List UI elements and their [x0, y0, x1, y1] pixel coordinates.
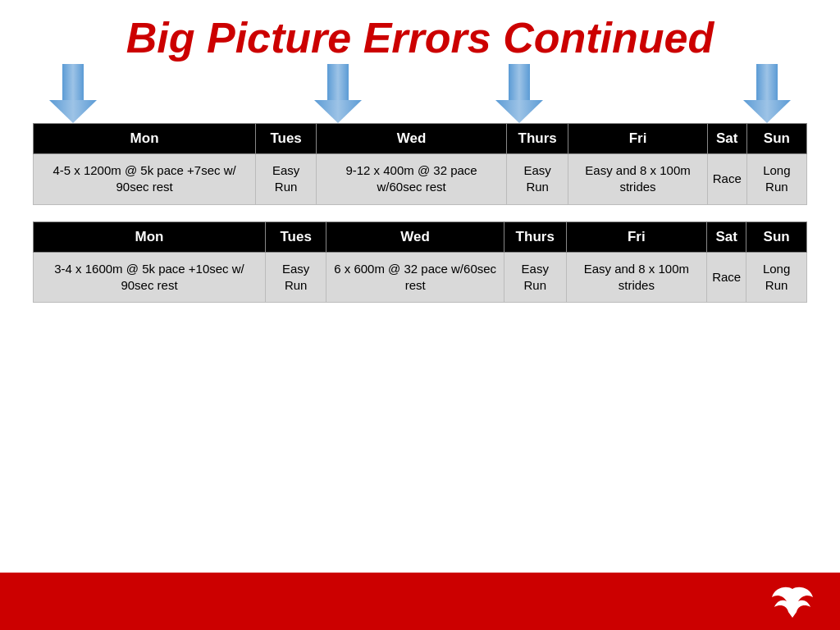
table2-header-tues: Tues	[265, 221, 326, 252]
table1-thurs-cell: Easy Run	[507, 154, 568, 205]
table2-header-mon: Mon	[34, 221, 266, 252]
table2-tues-cell: Easy Run	[265, 252, 326, 303]
svg-rect-0	[62, 64, 84, 100]
svg-marker-5	[495, 100, 543, 123]
arrow-down-icon-3	[495, 64, 543, 123]
table2-header-thurs: Thurs	[504, 221, 566, 252]
table1-header-mon: Mon	[34, 124, 256, 154]
arrows-row	[0, 62, 840, 123]
table2-header-wed: Wed	[326, 221, 504, 252]
svg-marker-1	[49, 100, 97, 123]
table1-wed-cell: 9-12 x 400m @ 32 pace w/60sec rest	[317, 154, 507, 205]
arrow-down-icon-2	[314, 64, 362, 123]
arrow-down-icon-1	[49, 64, 97, 123]
table1-header-wed: Wed	[317, 124, 507, 154]
table2-sun-cell: Long Run	[746, 252, 807, 303]
table2-header-sun: Sun	[746, 221, 807, 252]
page-title: Big Picture Errors Continued	[0, 0, 840, 62]
svg-marker-3	[314, 100, 362, 123]
tables-section: Mon Tues Wed Thurs Fri Sat Sun 4-5 x 120…	[0, 123, 840, 303]
table-1-wrapper: Mon Tues Wed Thurs Fri Sat Sun 4-5 x 120…	[33, 123, 807, 205]
table1-tues-cell: Easy Run	[256, 154, 317, 205]
arrow-down-icon-4	[743, 64, 791, 123]
table2-mon-cell: 3-4 x 1600m @ 5k pace +10sec w/ 90sec re…	[34, 252, 266, 303]
table1-sat-cell: Race	[707, 154, 746, 205]
svg-rect-6	[756, 64, 778, 100]
table2-sat-cell: Race	[707, 252, 746, 303]
table-row: 3-4 x 1600m @ 5k pace +10sec w/ 90sec re…	[34, 252, 807, 303]
table2-thurs-cell: Easy Run	[504, 252, 566, 303]
table2-header-fri: Fri	[566, 221, 707, 252]
table1-header-tues: Tues	[256, 124, 317, 154]
table2-header-sat: Sat	[707, 221, 746, 252]
table2-fri-cell: Easy and 8 x 100m strides	[566, 252, 707, 303]
table1-mon-cell: 4-5 x 1200m @ 5k pace +7sec w/ 90sec res…	[34, 154, 256, 205]
table1-header-sun: Sun	[746, 124, 806, 154]
table1-fri-cell: Easy and 8 x 100m strides	[568, 154, 707, 205]
table1-header-thurs: Thurs	[507, 124, 568, 154]
table1-header-sat: Sat	[707, 124, 746, 154]
table1-header-fri: Fri	[568, 124, 707, 154]
footer	[0, 573, 840, 630]
table-2: Mon Tues Wed Thurs Fri Sat Sun 3-4 x 160…	[33, 221, 807, 304]
svg-marker-7	[743, 100, 791, 123]
table-1: Mon Tues Wed Thurs Fri Sat Sun 4-5 x 120…	[33, 123, 807, 205]
table2-wed-cell: 6 x 600m @ 32 pace w/60sec rest	[326, 252, 504, 303]
table-row: 4-5 x 1200m @ 5k pace +7sec w/ 90sec res…	[34, 154, 807, 205]
table1-sun-cell: Long Run	[746, 154, 806, 205]
svg-rect-2	[327, 64, 349, 100]
table-2-wrapper: Mon Tues Wed Thurs Fri Sat Sun 3-4 x 160…	[33, 221, 807, 304]
logo-wing-icon	[770, 581, 815, 622]
svg-rect-4	[509, 64, 530, 100]
